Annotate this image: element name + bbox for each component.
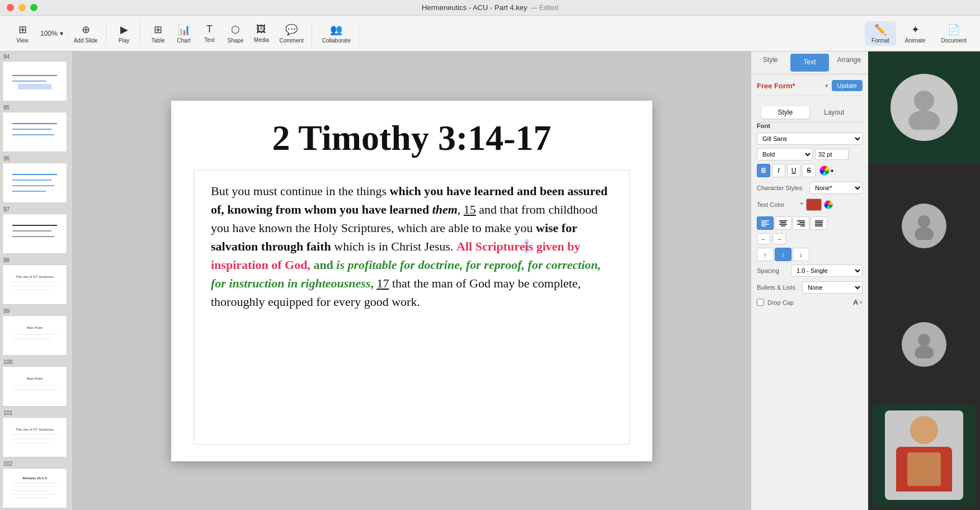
underline-button[interactable]: U — [787, 164, 800, 177]
bullets-select[interactable]: None — [802, 281, 863, 294]
tab-style[interactable]: Style — [751, 51, 789, 74]
svg-point-66 — [908, 110, 940, 130]
slide-canvas[interactable]: 2 Timothy 3:14-17 But you must continue … — [171, 101, 652, 461]
valign-middle-button[interactable]: ↕ — [775, 248, 791, 261]
view-button[interactable]: ⊞ View — [10, 21, 35, 46]
color-wheel[interactable] — [819, 166, 830, 176]
text-color-wheel[interactable] — [824, 200, 833, 209]
slide-thumb-95[interactable]: 95 — [2, 105, 70, 152]
align-center-button[interactable] — [775, 216, 791, 230]
text-button[interactable]: T Text — [197, 21, 222, 45]
view-group: ⊞ View 100% ▾ ⊕ Add Slide — [7, 21, 106, 46]
valign-bottom-button[interactable]: ↓ — [793, 248, 809, 261]
slide-thumb-94[interactable]: 94 — [2, 54, 70, 101]
slide-preview[interactable]: The Use of OT Scriptures — [2, 265, 67, 305]
italic-button[interactable]: I — [772, 164, 785, 177]
slide-thumb-97[interactable]: 97 — [2, 206, 70, 254]
collaborate-label: Collaborate — [322, 37, 351, 44]
table-button[interactable]: ⊞ Table — [146, 21, 171, 46]
animate-button[interactable]: ✦ Animate — [898, 21, 932, 46]
video-panel — [868, 51, 980, 510]
font-weight-select[interactable]: Bold — [757, 148, 813, 160]
collaborate-button[interactable]: 👥 Collaborate — [318, 21, 355, 46]
text-color-label: Text Color — [757, 201, 796, 208]
zoom-control[interactable]: 100% ▾ — [36, 30, 68, 37]
bold-button[interactable]: B — [757, 164, 770, 177]
table-icon: ⊞ — [154, 23, 162, 36]
valign-top-button[interactable]: ↑ — [757, 248, 774, 261]
slide-preview[interactable] — [2, 163, 67, 203]
slide-preview[interactable] — [2, 61, 67, 101]
right-actions: ✏️ Format ✦ Animate 📄 Document — [865, 21, 973, 46]
tab-style-sub[interactable]: Style — [761, 106, 809, 119]
tab-text[interactable]: Text — [790, 54, 828, 72]
freeform-label: Free Form* — [757, 82, 822, 90]
svg-rect-26 — [7, 370, 63, 403]
slide-preview[interactable] — [2, 214, 67, 254]
media-label: Media — [254, 37, 269, 43]
slide-preview[interactable]: Main Point — [2, 366, 67, 407]
dropcap-checkbox[interactable] — [757, 299, 764, 306]
indent-row: ← → — [757, 233, 863, 244]
font-size-input[interactable] — [815, 149, 849, 160]
format-button[interactable]: ✏️ Format — [865, 21, 896, 46]
tab-layout-sub[interactable]: Layout — [811, 106, 859, 119]
slide-content-box[interactable]: But you must continue in the things whic… — [194, 170, 630, 445]
freeform-chevron[interactable]: ▾ — [825, 82, 828, 89]
slide-panel[interactable]: 94 95 96 — [0, 51, 73, 510]
canvas-area[interactable]: 2 Timothy 3:14-17 But you must continue … — [73, 51, 751, 510]
slide-preview[interactable]: Main Point — [2, 315, 67, 356]
comment-icon: 💬 — [285, 23, 298, 36]
slide-preview[interactable]: Romans 15:1-4 — [2, 468, 67, 508]
window-controls[interactable] — [7, 4, 37, 11]
slide-thumb-98[interactable]: 98 The Use of OT Scriptures — [2, 257, 70, 305]
play-group: ▶ Play — [109, 21, 140, 46]
shape-button[interactable]: ⬡ Shape — [223, 21, 248, 46]
slide-preview[interactable]: The Use of OT Scriptures — [2, 417, 67, 457]
play-label: Play — [119, 37, 129, 44]
font-name-select[interactable]: Gill Sans — [757, 133, 863, 145]
update-button[interactable]: Update — [832, 80, 863, 91]
window-title: Hermeneutics - ACU - Part 4.key — [422, 3, 527, 12]
minimize-button[interactable] — [18, 4, 26, 11]
text-color-swatch[interactable] — [806, 199, 822, 211]
spacing-row: Spacing 1.0 - Single — [757, 265, 863, 277]
align-left-button[interactable] — [757, 216, 774, 230]
spacing-select[interactable]: 1.0 - Single — [791, 265, 863, 277]
slide-thumb-101[interactable]: 101 The Use of OT Scriptures — [2, 410, 70, 457]
svg-point-69 — [918, 334, 930, 346]
slide-thumb-100[interactable]: 100 Main Point — [2, 359, 70, 407]
increase-indent-button[interactable]: → — [772, 233, 786, 244]
svg-point-67 — [918, 215, 930, 228]
align-right-button[interactable] — [793, 216, 809, 230]
close-button[interactable] — [7, 4, 14, 11]
chart-icon: 📊 — [178, 23, 190, 36]
font-format-row: B I U S ▾ — [757, 164, 863, 177]
slide-thumb-102[interactable]: 102 Romans 15:1-4 — [2, 461, 70, 508]
text-color-chevron[interactable]: ⌃ — [799, 202, 804, 208]
slide-thumb-96[interactable]: 96 — [2, 155, 70, 203]
bullets-label: Bullets & Lists — [757, 284, 799, 291]
slide-preview[interactable] — [2, 112, 67, 152]
add-slide-button[interactable]: ⊕ Add Slide — [69, 21, 102, 46]
document-button[interactable]: 📄 Document — [934, 21, 973, 46]
char-styles-select[interactable]: None* — [809, 182, 863, 194]
chart-button[interactable]: 📊 Chart — [172, 21, 196, 46]
char-styles-label: Character Styles — [757, 185, 807, 191]
color-dropdown-arrow[interactable]: ▾ — [831, 168, 833, 174]
comment-label: Comment — [279, 37, 303, 44]
char-styles-row: Character Styles None* — [757, 182, 863, 194]
slide-title: 2 Timothy 3:14-17 — [194, 117, 630, 159]
maximize-button[interactable] — [30, 4, 37, 11]
play-button[interactable]: ▶ Play — [112, 21, 136, 46]
alignment-row — [757, 216, 863, 230]
tab-arrange[interactable]: Arrange — [830, 51, 868, 74]
format-icon: ✏️ — [874, 23, 887, 36]
decrease-indent-button[interactable]: ← — [757, 233, 770, 244]
animate-icon: ✦ — [911, 23, 920, 36]
strikethrough-button[interactable]: S — [802, 164, 816, 177]
align-justify-button[interactable] — [811, 216, 827, 230]
comment-button[interactable]: 💬 Comment — [275, 21, 308, 46]
slide-thumb-99[interactable]: 99 Main Point — [2, 308, 70, 356]
media-button[interactable]: 🖼 Media — [249, 21, 274, 45]
